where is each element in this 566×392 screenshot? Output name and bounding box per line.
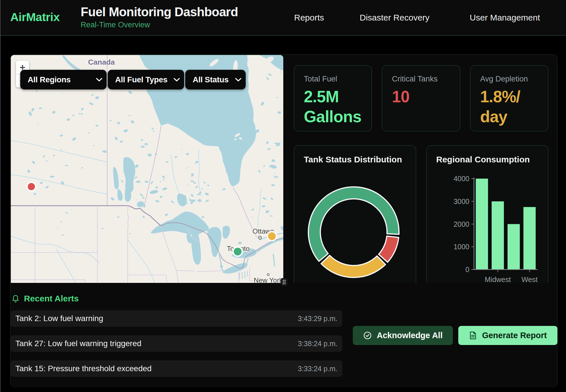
header: AirMatrix Fuel Monitoring Dashboard Real… bbox=[0, 0, 566, 36]
tank-status-donut-chart bbox=[294, 146, 416, 283]
x-axis-tick-label: West bbox=[521, 275, 538, 283]
donut-segment-warning bbox=[321, 255, 386, 277]
alert-actions: Acknowledge All Generate Report bbox=[353, 326, 557, 345]
tank-marker-critical[interactable] bbox=[27, 182, 36, 191]
filter-fuel-types-value: All Fuel Types bbox=[115, 75, 168, 84]
filter-fuel-types-select[interactable]: All Fuel Types bbox=[108, 70, 184, 89]
filter-regions-value: All Regions bbox=[28, 75, 71, 84]
grip-dots-icon bbox=[282, 279, 286, 285]
chevron-down-icon bbox=[96, 78, 103, 82]
nav-item-reports[interactable]: Reports bbox=[294, 0, 324, 35]
check-circle-icon bbox=[363, 331, 372, 340]
alerts-heading: Recent Alerts bbox=[24, 294, 79, 303]
y-axis-tick-label: 1000 bbox=[453, 243, 469, 251]
map-label-newyork: New York bbox=[254, 276, 283, 283]
bar-northeast bbox=[476, 179, 488, 270]
newyork-city-icon bbox=[267, 274, 269, 276]
alert-row: Tank 15: Pressure threshold exceeded 3:3… bbox=[11, 360, 342, 377]
bar-south bbox=[507, 224, 520, 270]
chevron-down-icon bbox=[173, 78, 180, 82]
stat-card-total-fuel: Total Fuel 2.5MGallons bbox=[294, 65, 372, 131]
filter-regions-select[interactable]: All Regions bbox=[20, 70, 107, 89]
alert-text: Tank 27: Low fuel warning triggered bbox=[15, 339, 141, 348]
bar-midwest bbox=[492, 201, 504, 270]
alert-time: 3:43:29 p.m. bbox=[298, 315, 337, 323]
alerts-header: Recent Alerts bbox=[12, 294, 79, 303]
recent-alerts-panel: Recent Alerts Tank 2: Low fuel warning 3… bbox=[11, 283, 557, 387]
map-resize-handle[interactable] bbox=[281, 278, 288, 286]
stat-label: Total Fuel bbox=[304, 75, 362, 83]
acknowledge-all-button[interactable]: Acknowledge All bbox=[353, 326, 453, 345]
regional-consumption-bar-chart: 01000200030004000MidwestWest bbox=[427, 146, 549, 283]
generate-report-button[interactable]: Generate Report bbox=[458, 326, 557, 345]
alert-time: 3:33:24 p.m. bbox=[298, 365, 337, 373]
alert-row: Tank 27: Low fuel warning triggered 3:38… bbox=[11, 335, 342, 352]
alert-text: Tank 15: Pressure threshold exceeded bbox=[15, 364, 152, 373]
tank-marker-normal[interactable] bbox=[233, 247, 242, 256]
tank-marker-warning[interactable] bbox=[267, 232, 276, 241]
stat-value: 2.5MGallons bbox=[304, 87, 362, 126]
right-column: Total Fuel 2.5MGallons Critical Tanks 10… bbox=[284, 55, 557, 283]
main-nav: Reports Disaster Recovery User Managemen… bbox=[0, 0, 566, 35]
stat-label: Critical Tanks bbox=[392, 75, 450, 83]
alert-time: 3:38:24 p.m. bbox=[298, 340, 337, 348]
bell-icon bbox=[12, 294, 19, 303]
map-label-canada: Canada bbox=[88, 58, 115, 66]
fuel-map[interactable]: Canada Ottawa Toronto New York + − bbox=[11, 55, 283, 283]
stat-label: Avg Depletion bbox=[480, 75, 538, 83]
dashboard-panel: Canada Ottawa Toronto New York + − bbox=[10, 54, 557, 387]
window-edge bbox=[0, 0, 1, 392]
map-filterbar: All Regions All Fuel Types All Status bbox=[20, 70, 246, 89]
stats-row: Total Fuel 2.5MGallons Critical Tanks 10… bbox=[294, 65, 548, 131]
nav-item-user-management[interactable]: User Management bbox=[470, 0, 540, 35]
x-axis-tick-label: Midwest bbox=[484, 275, 511, 283]
donut-segment-critical bbox=[379, 236, 399, 262]
alerts-list: Tank 2: Low fuel warning 3:43:29 p.m. Ta… bbox=[11, 310, 342, 385]
bar-west bbox=[523, 207, 536, 270]
y-axis-tick-label: 3000 bbox=[453, 197, 469, 205]
nav-item-disaster-recovery[interactable]: Disaster Recovery bbox=[360, 0, 429, 35]
y-axis-tick-label: 4000 bbox=[453, 175, 469, 183]
charts-row: Tank Status Distribution Regional Consum… bbox=[294, 145, 548, 283]
ottawa-city-icon bbox=[258, 236, 262, 239]
filter-status-select[interactable]: All Status bbox=[185, 70, 246, 89]
chevron-down-icon bbox=[235, 78, 242, 82]
stat-value: 10 bbox=[392, 87, 450, 107]
y-axis-tick-label: 0 bbox=[465, 266, 469, 273]
stat-card-avg-depletion: Avg Depletion 1.8%/day bbox=[470, 65, 548, 131]
y-axis-tick-label: 2000 bbox=[453, 220, 469, 228]
file-text-icon bbox=[469, 331, 477, 340]
stat-value: 1.8%/day bbox=[480, 87, 538, 126]
filter-status-value: All Status bbox=[193, 75, 229, 84]
regional-consumption-chart-card: Regional Consumption 01000200030004000Mi… bbox=[426, 145, 549, 283]
stat-card-critical-tanks: Critical Tanks 10 bbox=[382, 65, 460, 131]
alert-row: Tank 2: Low fuel warning 3:43:29 p.m. bbox=[11, 310, 342, 327]
dashboard-grid: Canada Ottawa Toronto New York + − bbox=[11, 55, 557, 283]
tank-status-chart-card: Tank Status Distribution bbox=[294, 145, 416, 283]
alert-text: Tank 2: Low fuel warning bbox=[15, 314, 103, 323]
